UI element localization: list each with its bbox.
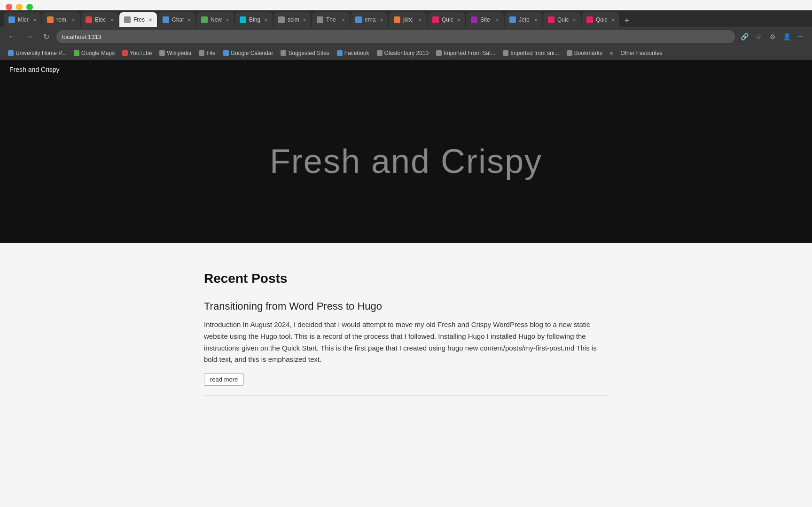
tab-title: New	[211, 16, 223, 23]
browser-tab-t11[interactable]: jkitc ✕	[389, 12, 427, 27]
bookmark-item-7[interactable]: Facebook	[334, 48, 373, 58]
tab-close-icon[interactable]: ✕	[33, 17, 37, 23]
address-text: localhost:1313	[62, 33, 102, 40]
tab-title: scim	[288, 16, 300, 23]
bookmark-item-6[interactable]: Suggested Sites	[277, 48, 332, 58]
browser-tab-t15[interactable]: Quic ✕	[543, 12, 581, 27]
browser-tab-t4[interactable]: Fres ✕	[119, 12, 157, 27]
browser-tab-t9[interactable]: The ✕	[312, 12, 350, 27]
bookmark-icon[interactable]: ☆	[753, 31, 764, 42]
tab-title: Quic	[557, 16, 570, 23]
bookmark-item-11[interactable]: Bookmarks	[563, 48, 606, 58]
tab-title: Jetp	[519, 16, 531, 23]
bookmark-favicon	[223, 50, 229, 56]
bookmark-item-8[interactable]: Glastonbury 2010	[374, 48, 432, 58]
tab-favicon	[201, 16, 208, 23]
bookmark-item-2[interactable]: YouTube	[119, 48, 155, 58]
tab-favicon	[124, 16, 131, 23]
tab-close-icon[interactable]: ✕	[380, 17, 383, 23]
bookmark-item-3[interactable]: Wikipedia	[156, 48, 195, 58]
back-button[interactable]: ←	[6, 30, 19, 43]
tab-close-icon[interactable]: ✕	[71, 17, 75, 23]
read-more-button[interactable]: read more	[204, 373, 244, 386]
tab-title: jkitc	[403, 16, 415, 23]
bookmark-item-9[interactable]: Imported From Saf...	[433, 48, 499, 58]
toolbar: ← → ↻ localhost:1313 🔗 ☆ ⚙ 👤 ⋯	[0, 27, 812, 46]
refresh-button[interactable]: ↻	[39, 30, 53, 43]
tab-close-icon[interactable]: ✕	[264, 17, 268, 23]
tab-title: ema	[365, 16, 377, 23]
profile-icon[interactable]: 👤	[781, 31, 792, 42]
recent-posts-heading: Recent Posts	[204, 271, 608, 286]
browser-tab-t8[interactable]: scim ✕	[273, 12, 311, 27]
bookmarks-more-button[interactable]: »	[607, 48, 617, 58]
address-bar[interactable]: localhost:1313	[56, 30, 735, 43]
browser-tab-t5[interactable]: Char ✕	[158, 12, 195, 27]
tab-title: rem	[56, 16, 69, 23]
bookmark-item-1[interactable]: Google Maps	[70, 48, 118, 58]
bookmarks-bar: University Home P...Google MapsYouTubeWi…	[0, 46, 812, 60]
browser-tab-t12[interactable]: Quic ✕	[428, 12, 465, 27]
bookmark-label: University Home P...	[16, 50, 66, 56]
tab-close-icon[interactable]: ✕	[534, 17, 538, 23]
tab-close-icon[interactable]: ✕	[303, 17, 306, 23]
tab-title: Char	[172, 16, 184, 23]
more-icon[interactable]: ⋯	[795, 31, 806, 42]
bookmark-label: YouTube	[130, 50, 152, 56]
post-excerpt: Introduction In August 2024, I decided t…	[204, 319, 608, 366]
bookmark-favicon	[567, 50, 572, 56]
tab-close-icon[interactable]: ✕	[110, 17, 114, 23]
browser-tab-t14[interactable]: Jetp ✕	[505, 12, 542, 27]
tab-close-icon[interactable]: ✕	[226, 17, 229, 23]
bookmark-label: Imported from sni...	[510, 50, 559, 56]
tab-favicon	[8, 16, 15, 23]
tab-close-icon[interactable]: ✕	[418, 17, 422, 23]
toolbar-actions: 🔗 ☆ ⚙ 👤 ⋯	[739, 31, 806, 42]
bookmark-label: File	[206, 50, 215, 56]
site-title-small: Fresh and Crispy	[9, 66, 60, 73]
bookmark-favicon	[199, 50, 204, 56]
post-title[interactable]: Transitioning from Word Press to Hugo	[204, 300, 608, 312]
page-content: Fresh and Crispy Fresh and Crispy Recent…	[0, 60, 812, 447]
tab-title: Fres	[133, 16, 146, 23]
browser-tab-t2[interactable]: rem ✕	[42, 12, 80, 27]
tab-favicon	[47, 16, 54, 23]
main-content: Recent Posts Transitioning from Word Pre…	[195, 243, 617, 447]
traffic-light-yellow[interactable]	[16, 4, 23, 10]
tab-favicon	[586, 16, 593, 23]
share-icon[interactable]: 🔗	[739, 31, 750, 42]
bookmark-item-0[interactable]: University Home P...	[5, 48, 70, 58]
traffic-light-green[interactable]	[26, 4, 33, 10]
bookmarks-more-icon: »	[610, 50, 613, 56]
tab-close-icon[interactable]: ✕	[495, 17, 499, 23]
bookmark-item-5[interactable]: Google Calendar	[220, 48, 277, 58]
browser-tab-t16[interactable]: Quic ✕	[582, 12, 619, 27]
bookmark-item-4[interactable]: File	[195, 48, 219, 58]
bookmark-favicon	[122, 50, 128, 56]
tab-close-icon[interactable]: ✕	[148, 17, 152, 23]
bookmark-label: Glastonbury 2010	[384, 50, 429, 56]
tab-favicon	[355, 16, 362, 23]
browser-window: Micr ✕ rem ✕ Elec ✕ Fres ✕ Char ✕ New ✕ …	[0, 0, 812, 60]
browser-tab-t3[interactable]: Elec ✕	[81, 12, 118, 27]
traffic-light-red[interactable]	[6, 4, 12, 10]
bookmark-item-10[interactable]: Imported from sni...	[500, 48, 562, 58]
forward-button[interactable]: →	[23, 30, 36, 43]
tab-close-icon[interactable]: ✕	[611, 17, 615, 23]
tab-favicon	[317, 16, 323, 23]
tab-close-icon[interactable]: ✕	[457, 17, 461, 23]
extensions-icon[interactable]: ⚙	[767, 31, 778, 42]
tab-favicon	[471, 16, 477, 23]
other-favourites-bookmark[interactable]: Other Favourites	[617, 48, 665, 58]
browser-tab-t6[interactable]: New ✕	[196, 12, 234, 27]
bookmark-label: Suggested Sites	[288, 50, 329, 56]
tab-close-icon[interactable]: ✕	[187, 17, 191, 23]
browser-tab-t10[interactable]: ema ✕	[351, 12, 388, 27]
browser-tab-t7[interactable]: Bing ✕	[235, 12, 273, 27]
browser-tab-t1[interactable]: Micr ✕	[4, 12, 41, 27]
tab-close-icon[interactable]: ✕	[341, 17, 345, 23]
tab-close-icon[interactable]: ✕	[572, 17, 576, 23]
add-tab-button[interactable]: +	[620, 14, 633, 27]
browser-tab-t13[interactable]: Site ✕	[466, 12, 504, 27]
bookmark-favicon	[159, 50, 165, 56]
